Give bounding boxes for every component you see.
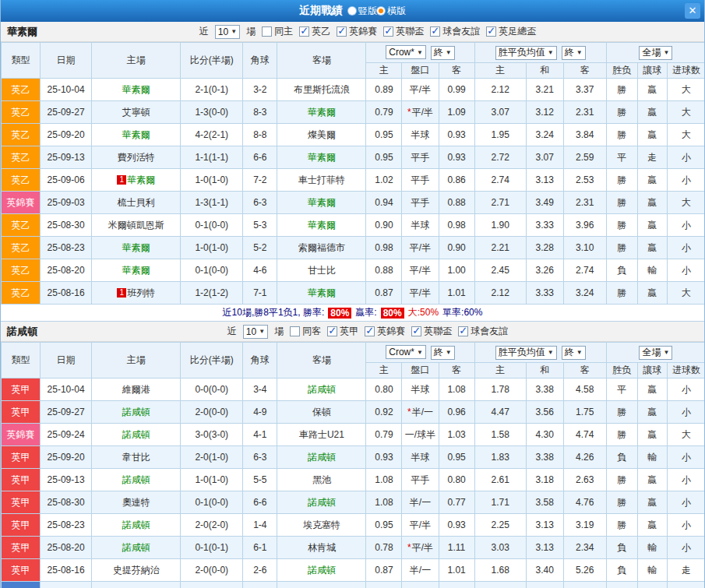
away-team[interactable]: 黑池 [312, 474, 331, 485]
home-team[interactable]: 米爾頓凱恩斯 [108, 220, 164, 231]
away-team[interactable]: 諾咸頓 [308, 452, 336, 463]
away-team-cell: 林肯城 [277, 537, 366, 559]
away-team[interactable]: 甘士比 [308, 265, 336, 276]
bookmaker-select[interactable]: Crow*▼ [386, 345, 426, 359]
away-team[interactable]: 華素爾 [308, 197, 336, 208]
match-score: 1-0(1-0) [181, 469, 243, 491]
euro-away-odds: 1.36 [563, 582, 606, 588]
home-team[interactable]: 諾咸頓 [122, 542, 150, 553]
home-team[interactable]: 華素爾 [122, 84, 150, 95]
europe-final-select[interactable]: 終▼ [562, 46, 586, 60]
home-team[interactable]: 韋甘比 [122, 452, 150, 463]
asian-handicap-line: *平/半 [402, 537, 439, 559]
away-team[interactable]: 保頓 [312, 407, 331, 417]
asian-handicap-line: 平手 [402, 169, 439, 192]
euro-home-odds: 2.74 [474, 169, 526, 192]
competition-filter[interactable]: 同主 [262, 25, 293, 38]
close-button[interactable]: ✕ [685, 3, 700, 19]
asian-home-odds: 1.08 [366, 491, 402, 514]
result-overunder: 大 [667, 424, 705, 446]
asian-final-select[interactable]: 終▼ [431, 46, 455, 60]
subheader-7: 讓球 [637, 363, 667, 379]
competition-filter[interactable]: 英聯盃 [383, 25, 424, 38]
away-team-cell: 華素爾 [277, 214, 366, 237]
home-team[interactable]: 諾咸頓 [122, 519, 150, 530]
away-team[interactable]: 諾咸頓 [308, 565, 336, 576]
home-team[interactable]: 華素爾 [122, 265, 150, 276]
handicap-text: 平/半 [410, 265, 431, 276]
competition-filter[interactable]: 英乙 [299, 25, 330, 38]
away-team[interactable]: 諾咸頓 [308, 497, 336, 508]
europe-odds-select[interactable]: 胜平负均值▼ [495, 346, 557, 360]
home-team[interactable]: 維爾港 [122, 384, 150, 395]
euro-home-odds: 2.25 [474, 514, 526, 537]
euro-away-odds: 2.74 [563, 259, 606, 282]
away-team[interactable]: 諾咸頓 [308, 384, 336, 395]
asian-final-select[interactable]: 終▼ [431, 346, 455, 360]
league-badge: 英乙 [2, 146, 41, 169]
away-team[interactable]: 車路士U21 [299, 429, 344, 440]
home-team[interactable]: 華素爾 [127, 174, 155, 185]
subheader-0: 主 [366, 63, 402, 79]
layout-radio-horizontal[interactable]: 橫版 [377, 5, 406, 18]
home-team[interactable]: 艾寧頓 [122, 107, 150, 118]
result-overunder: 小 [667, 514, 705, 537]
subheader-5: 客 [563, 363, 606, 379]
away-team[interactable]: 華素爾 [308, 287, 336, 298]
competition-filter[interactable]: 英錦賽 [365, 325, 405, 338]
competition-filter[interactable]: 英錦賽 [337, 25, 377, 38]
home-team[interactable]: 諾咸頓 [122, 474, 150, 485]
match-date: 25-08-16 [41, 559, 92, 582]
europe-final-select[interactable]: 終▼ [562, 346, 586, 360]
dropdown-value: 終 [434, 346, 443, 359]
away-team[interactable]: 車士打菲特 [298, 174, 345, 185]
asian-home-odds: 0.90 [366, 214, 402, 237]
home-team[interactable]: 梳士貝利 [118, 197, 155, 208]
asian-handicap-line: 一/球半 [402, 424, 439, 446]
away-team[interactable]: 華素爾 [308, 152, 336, 163]
competition-filter[interactable]: 英聯盃 [411, 325, 452, 338]
home-team[interactable]: 史提芬納治 [113, 565, 160, 576]
bookmaker-select[interactable]: Crow*▼ [386, 45, 426, 59]
result-outcome: 負 [606, 559, 637, 582]
recent-count-select[interactable]: 10▼ [215, 25, 240, 39]
home-team[interactable]: 奧連特 [122, 497, 150, 508]
away-team[interactable]: 燦美爾 [308, 129, 336, 140]
home-team[interactable]: 華素爾 [122, 129, 150, 140]
competition-filter[interactable]: 英足總盃 [486, 25, 536, 38]
competition-filter[interactable]: 英甲 [327, 325, 358, 338]
result-outcome: 平 [606, 379, 637, 401]
result-overunder: 小 [667, 169, 705, 192]
away-team[interactable]: 布里斯托流浪 [294, 84, 350, 95]
result-handicap: 贏 [637, 469, 667, 491]
handicap-text: 平/半 [410, 242, 431, 253]
competition-filter[interactable]: 球會友誼 [458, 325, 508, 338]
euro-draw-odds: 3.24 [526, 124, 563, 146]
away-team[interactable]: 埃克塞特 [303, 519, 340, 530]
section-header-bar: 諾咸頓近10▼場同客英甲英錦賽英聯盃球會友誼 [1, 322, 704, 342]
odds-change-star: * [407, 407, 411, 417]
result-handicap: 贏 [637, 491, 667, 514]
match-date: 25-08-16 [41, 282, 92, 305]
away-team[interactable]: 華素爾 [308, 107, 336, 118]
competition-filter[interactable]: 球會友誼 [430, 25, 480, 38]
match-score: 1-2(1-2) [181, 282, 243, 305]
layout-radio-vertical[interactable]: 豎版 [348, 5, 377, 18]
result-scope-select[interactable]: 全場▼ [639, 346, 672, 360]
cover-rate-badge: 80% [381, 308, 404, 319]
result-scope-select[interactable]: 全場▼ [639, 46, 672, 60]
europe-odds-select[interactable]: 胜平负均值▼ [495, 46, 557, 60]
euro-draw-odds: 4.30 [526, 424, 563, 446]
recent-count-select[interactable]: 10▼ [243, 325, 268, 339]
match-date: 25-08-23 [41, 237, 92, 259]
home-team[interactable]: 華素爾 [122, 242, 150, 253]
home-team[interactable]: 班列特 [127, 287, 155, 298]
asian-away-odds: 0.80 [439, 469, 474, 491]
away-team[interactable]: 林肯城 [308, 542, 336, 553]
home-team[interactable]: 費列活特 [118, 152, 155, 163]
home-team[interactable]: 諾咸頓 [122, 407, 150, 417]
away-team[interactable]: 索爾福德市 [298, 242, 345, 253]
home-team[interactable]: 諾咸頓 [122, 429, 150, 440]
competition-filter[interactable]: 同客 [290, 325, 321, 338]
away-team[interactable]: 華素爾 [308, 220, 336, 231]
